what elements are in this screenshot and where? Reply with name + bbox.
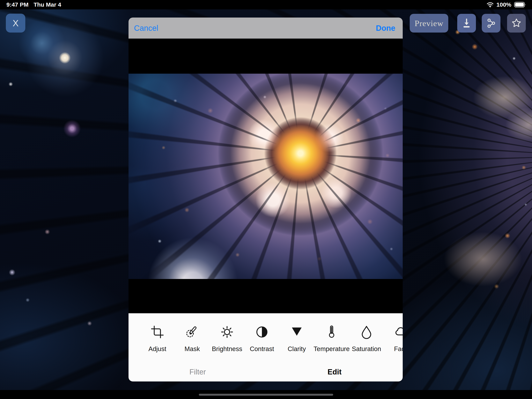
bottom-letterbox bbox=[0, 390, 532, 399]
status-bar: 9:47 PM Thu Mar 4 100% bbox=[0, 0, 532, 9]
cancel-button[interactable]: Cancel bbox=[134, 24, 158, 32]
tool-brightness[interactable]: Brightness bbox=[209, 325, 246, 353]
share-icon bbox=[485, 18, 497, 29]
brightness-icon bbox=[220, 325, 234, 339]
photo-editor-modal: Cancel Done Adjust Mask bbox=[128, 18, 403, 381]
photo-canvas-detail bbox=[128, 74, 403, 279]
tool-label: Fade bbox=[394, 345, 403, 353]
mask-icon bbox=[185, 325, 199, 339]
fade-cloud-icon bbox=[394, 325, 403, 339]
tool-adjust[interactable]: Adjust bbox=[139, 325, 176, 353]
tab-filter[interactable]: Filter bbox=[190, 368, 206, 376]
temperature-icon bbox=[325, 325, 339, 339]
crop-icon bbox=[150, 325, 164, 339]
favorite-button[interactable] bbox=[507, 14, 526, 32]
tool-label: Brightness bbox=[212, 345, 242, 353]
tool-contrast[interactable]: Contrast bbox=[243, 325, 280, 353]
saturation-icon bbox=[360, 325, 374, 339]
tool-fade[interactable]: Fade bbox=[383, 325, 403, 353]
status-date: Thu Mar 4 bbox=[33, 1, 61, 8]
download-button[interactable] bbox=[457, 14, 476, 32]
status-time: 9:47 PM bbox=[6, 1, 28, 8]
preview-button[interactable]: Preview bbox=[410, 14, 448, 32]
star-icon bbox=[511, 17, 522, 29]
wifi-icon bbox=[487, 2, 494, 7]
battery-percent: 100% bbox=[496, 1, 511, 8]
download-icon bbox=[461, 18, 472, 29]
tool-label: Saturation bbox=[352, 345, 381, 353]
tab-edit[interactable]: Edit bbox=[328, 368, 342, 376]
done-button[interactable]: Done bbox=[376, 24, 395, 32]
preview-button-label: Preview bbox=[415, 19, 443, 28]
tool-saturation[interactable]: Saturation bbox=[348, 325, 385, 353]
tool-label: Mask bbox=[185, 345, 200, 353]
tool-mask[interactable]: Mask bbox=[174, 325, 211, 353]
edit-tools-panel: Adjust Mask Br bbox=[128, 313, 403, 381]
battery-icon bbox=[514, 2, 526, 8]
close-button[interactable]: X bbox=[6, 14, 25, 32]
tool-label: Temperature bbox=[314, 345, 349, 353]
tool-clarity[interactable]: Clarity bbox=[278, 325, 315, 353]
tool-label: Adjust bbox=[148, 345, 166, 353]
tool-label: Clarity bbox=[288, 345, 306, 353]
tool-label: Contrast bbox=[250, 345, 274, 353]
editor-header: Cancel Done bbox=[128, 18, 403, 39]
contrast-icon bbox=[255, 325, 269, 339]
tool-temperature[interactable]: Temperature bbox=[313, 325, 350, 353]
share-button[interactable] bbox=[482, 14, 500, 32]
close-button-label: X bbox=[13, 18, 19, 28]
clarity-icon bbox=[290, 325, 304, 339]
home-indicator[interactable] bbox=[199, 394, 333, 396]
